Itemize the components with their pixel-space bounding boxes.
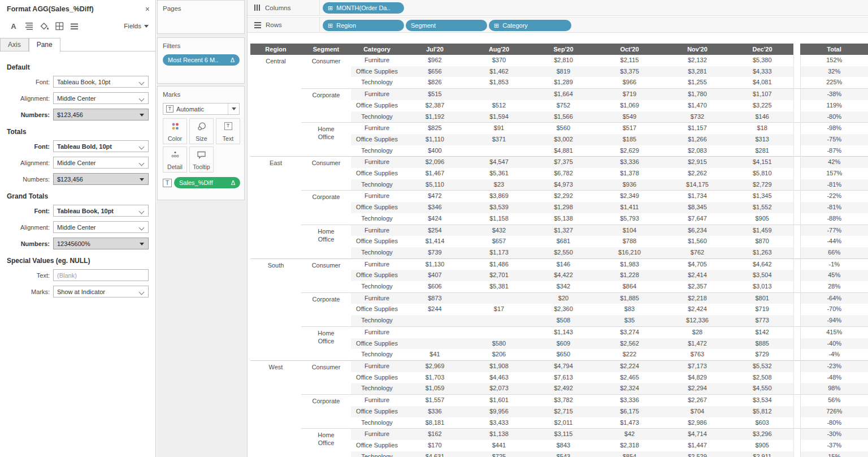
category-row-header[interactable]: Furniture	[351, 225, 403, 236]
value-cell[interactable]: $650	[531, 349, 596, 360]
value-cell[interactable]: $515	[403, 89, 467, 100]
value-cell[interactable]: $1,110	[403, 134, 467, 145]
value-cell[interactable]: $146	[531, 258, 596, 270]
value-cell[interactable]: $725	[467, 451, 531, 457]
shading-icon[interactable]	[40, 21, 49, 31]
value-cell[interactable]: $3,002	[531, 134, 596, 145]
value-cell[interactable]: $2,096	[403, 157, 467, 168]
tooltip-button[interactable]: Tooltip	[189, 146, 214, 173]
value-cell[interactable]: $2,424	[663, 304, 731, 315]
total-cell[interactable]: -48%	[800, 372, 868, 383]
value-cell[interactable]: $17	[467, 304, 531, 315]
default-font-select[interactable]: Tableau Book, 10pt	[53, 76, 149, 88]
value-cell[interactable]: $2,562	[596, 338, 663, 350]
total-cell[interactable]: -38%	[800, 89, 868, 100]
value-cell[interactable]: $7,173	[663, 360, 731, 372]
value-cell[interactable]: $4,422	[531, 270, 596, 281]
mark-type-dropdown[interactable]: T Automatic	[163, 103, 240, 115]
value-cell[interactable]: $2,529	[663, 451, 731, 457]
value-cell[interactable]: $407	[403, 270, 467, 281]
category-row-header[interactable]: Office Supplies	[351, 270, 403, 281]
segment-row-header[interactable]: Consumer	[301, 360, 351, 394]
value-cell[interactable]: $2,915	[663, 157, 731, 168]
value-cell[interactable]: $432	[467, 225, 531, 236]
value-cell[interactable]: $1,601	[467, 395, 531, 406]
value-cell[interactable]: $1,594	[467, 111, 531, 123]
value-cell[interactable]: $1,459	[731, 225, 793, 236]
lines-icon[interactable]	[70, 21, 79, 31]
value-cell[interactable]: $966	[596, 77, 663, 88]
value-cell[interactable]: $83	[596, 304, 663, 315]
value-cell[interactable]: $222	[596, 349, 663, 360]
value-cell[interactable]: $2,492	[531, 383, 596, 394]
value-cell[interactable]: $729	[731, 349, 793, 360]
value-cell[interactable]: $3,336	[596, 157, 663, 168]
value-cell[interactable]: $2,083	[663, 145, 731, 157]
total-cell[interactable]: -81%	[800, 202, 868, 213]
segment-row-header[interactable]: Home Office	[301, 429, 351, 457]
value-cell[interactable]: $1,664	[531, 89, 596, 100]
value-cell[interactable]: $4,151	[731, 157, 793, 168]
value-cell[interactable]: $1,467	[403, 168, 467, 179]
value-cell[interactable]: $1,298	[531, 202, 596, 213]
total-cell[interactable]: 157%	[800, 168, 868, 179]
value-cell[interactable]: $864	[596, 281, 663, 292]
category-row-header[interactable]: Furniture	[351, 395, 403, 406]
value-cell[interactable]: $1,472	[663, 338, 731, 350]
value-cell[interactable]	[467, 89, 531, 100]
value-cell[interactable]: $873	[403, 292, 467, 304]
total-cell[interactable]: -40%	[800, 338, 868, 350]
value-cell[interactable]: $681	[531, 236, 596, 247]
value-cell[interactable]: $5,793	[596, 213, 663, 225]
value-cell[interactable]: $905	[731, 213, 793, 225]
value-cell[interactable]	[403, 315, 467, 326]
value-cell[interactable]: $1,327	[531, 225, 596, 236]
value-cell[interactable]: $3,281	[663, 66, 731, 77]
value-cell[interactable]: $1,447	[663, 440, 731, 451]
value-cell[interactable]: $2,360	[531, 304, 596, 315]
columns-shelf[interactable]: Columns ⊞ MONTH(Order Da..	[248, 0, 868, 16]
segment-row-header[interactable]: Consumer	[301, 55, 351, 89]
value-cell[interactable]: $2,292	[531, 191, 596, 202]
value-cell[interactable]: $1,473	[596, 417, 663, 429]
value-cell[interactable]: $1,138	[467, 429, 531, 440]
value-cell[interactable]: $370	[467, 55, 531, 66]
value-cell[interactable]: $16,210	[596, 247, 663, 258]
value-cell[interactable]: $854	[596, 451, 663, 457]
column-header-month[interactable]: Sep'20	[531, 44, 596, 55]
category-row-header[interactable]: Furniture	[351, 55, 403, 66]
value-cell[interactable]: $826	[403, 77, 467, 88]
grand-totals-numbers-dropdown[interactable]: 12345600%	[53, 238, 149, 249]
value-cell[interactable]: $142	[731, 326, 793, 338]
segment-row-header[interactable]: Corporate	[301, 89, 351, 123]
category-row-header[interactable]: Furniture	[351, 123, 403, 134]
value-cell[interactable]: $2,073	[467, 383, 531, 394]
total-cell[interactable]: -64%	[800, 292, 868, 304]
value-cell[interactable]: $3,274	[596, 326, 663, 338]
value-cell[interactable]: $5,361	[467, 168, 531, 179]
category-row-header[interactable]: Furniture	[351, 326, 403, 338]
dropdown-caret-button[interactable]	[228, 104, 239, 114]
value-cell[interactable]: $2,701	[467, 270, 531, 281]
value-cell[interactable]: $4,973	[531, 179, 596, 191]
text-button[interactable]: T Text	[216, 118, 240, 144]
value-cell[interactable]: $206	[467, 349, 531, 360]
value-cell[interactable]: $400	[403, 145, 467, 157]
segment-row-header[interactable]: Corporate	[301, 395, 351, 429]
total-cell[interactable]: -75%	[800, 134, 868, 145]
category-row-header[interactable]: Office Supplies	[351, 168, 403, 179]
category-row-header[interactable]: Technology	[351, 383, 403, 394]
total-cell[interactable]: -37%	[800, 440, 868, 451]
column-header-month[interactable]: Nov'20	[663, 44, 731, 55]
region-row-header[interactable]: West	[250, 360, 301, 457]
value-cell[interactable]: $4,829	[663, 372, 731, 383]
total-cell[interactable]: 225%	[800, 77, 868, 88]
value-cell[interactable]: $2,349	[596, 191, 663, 202]
value-cell[interactable]: $5,381	[467, 281, 531, 292]
value-cell[interactable]: $4,794	[531, 360, 596, 372]
value-cell[interactable]: $657	[467, 236, 531, 247]
value-cell[interactable]: $773	[731, 315, 793, 326]
value-cell[interactable]: $9,956	[467, 406, 531, 417]
column-header-total[interactable]: Total	[800, 44, 868, 55]
category-row-header[interactable]: Office Supplies	[351, 372, 403, 383]
